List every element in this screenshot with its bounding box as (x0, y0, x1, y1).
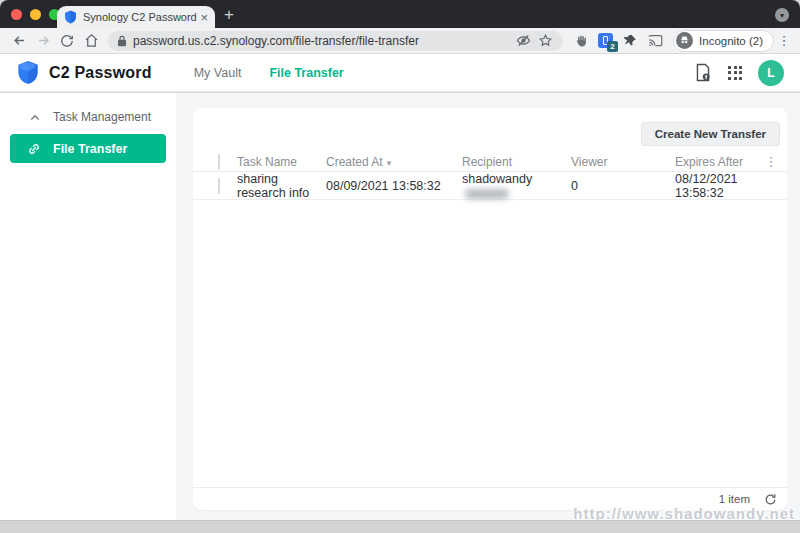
extension-badge: 2 (607, 41, 618, 52)
col-task-name[interactable]: Task Name (237, 155, 326, 169)
tab-close-icon[interactable]: × (200, 11, 208, 24)
user-avatar[interactable]: L (758, 60, 784, 86)
cell-task-name: sharing research info (237, 172, 326, 200)
chevron-up-icon (30, 114, 40, 121)
url-text: password.us.c2.synology.com/file-transfe… (133, 34, 510, 48)
sidebar-item-label: File Transfer (53, 142, 127, 156)
profile-chip[interactable]: Incognito (2) (673, 30, 774, 52)
col-expires-after[interactable]: Expires After (675, 155, 763, 169)
cell-recipient: shadowandy (462, 172, 571, 200)
pin-extension-icon[interactable] (619, 30, 642, 52)
eye-slash-icon[interactable] (514, 32, 532, 50)
forward-icon (32, 30, 54, 52)
browser-tab[interactable]: Synology C2 Password × (57, 6, 215, 28)
cell-expires-after: 08/12/2021 13:58:32 (675, 172, 779, 200)
redacted-text (465, 189, 509, 199)
item-count: 1 item (719, 493, 750, 505)
incognito-icon (676, 32, 693, 49)
new-tab-button[interactable]: + (224, 5, 234, 25)
transfer-record-icon[interactable] (694, 63, 712, 82)
home-icon[interactable] (80, 30, 102, 52)
c2-logo-shield-icon (16, 60, 40, 85)
minimize-window-button[interactable] (30, 9, 41, 20)
lock-icon (117, 35, 127, 47)
app-header: C2 Password My Vault File Transfer L (0, 54, 800, 92)
column-options-icon[interactable]: ⋮ (763, 154, 779, 169)
tab-search-icon[interactable]: ▾ (775, 8, 789, 22)
nav-file-transfer[interactable]: File Transfer (269, 66, 343, 80)
window-bottom-edge (0, 520, 800, 533)
sidebar-group-label: Task Management (53, 110, 151, 124)
cell-created-at: 08/09/2021 13:58:32 (326, 179, 462, 193)
sidebar-group-task-management[interactable]: Task Management (0, 105, 176, 129)
browser-toolbar: password.us.c2.synology.com/file-transfe… (0, 28, 800, 54)
table-row[interactable]: sharing research info 08/09/2021 13:58:3… (193, 172, 787, 200)
cell-viewer: 0 (571, 179, 675, 193)
address-bar[interactable]: password.us.c2.synology.com/file-transfe… (108, 31, 563, 51)
profile-label: Incognito (2) (699, 35, 763, 47)
window-controls (11, 9, 60, 20)
brand-title: C2 Password (49, 64, 152, 82)
reload-icon[interactable] (56, 30, 78, 52)
apps-grid-icon[interactable] (728, 66, 742, 80)
hand-extension-icon[interactable] (569, 30, 592, 52)
cast-icon[interactable] (644, 30, 667, 52)
sidebar: Task Management File Transfer (0, 93, 176, 520)
page-body: Task Management File Transfer Create New… (0, 93, 800, 520)
bookmark-star-icon[interactable] (536, 32, 554, 50)
create-new-transfer-button[interactable]: Create New Transfer (641, 122, 780, 146)
link-icon (27, 142, 41, 156)
col-created-at[interactable]: Created At▾ (326, 155, 462, 169)
col-viewer[interactable]: Viewer (571, 155, 675, 169)
select-all-checkbox[interactable] (218, 154, 220, 170)
c2-password-extension-icon[interactable]: 2 (594, 30, 617, 52)
tab-title: Synology C2 Password (83, 11, 200, 23)
back-icon[interactable] (8, 30, 30, 52)
col-recipient[interactable]: Recipient (462, 155, 571, 169)
row-checkbox[interactable] (218, 178, 220, 194)
sort-caret-icon: ▾ (387, 158, 392, 168)
transfer-list-card: Create New Transfer Task Name Created At… (193, 108, 787, 510)
tab-strip: Synology C2 Password × + ▾ (0, 0, 800, 28)
sidebar-item-file-transfer[interactable]: File Transfer (10, 134, 166, 163)
browser-window: Synology C2 Password × + ▾ password.us.c… (0, 0, 800, 533)
nav-my-vault[interactable]: My Vault (194, 66, 242, 80)
favicon-shield-icon (64, 10, 77, 24)
table-header: Task Name Created At▾ Recipient Viewer E… (193, 152, 787, 172)
browser-menu-icon[interactable]: ⋮ (776, 33, 792, 48)
refresh-icon[interactable] (764, 493, 777, 506)
close-window-button[interactable] (11, 9, 22, 20)
top-nav: My Vault File Transfer (194, 66, 344, 80)
